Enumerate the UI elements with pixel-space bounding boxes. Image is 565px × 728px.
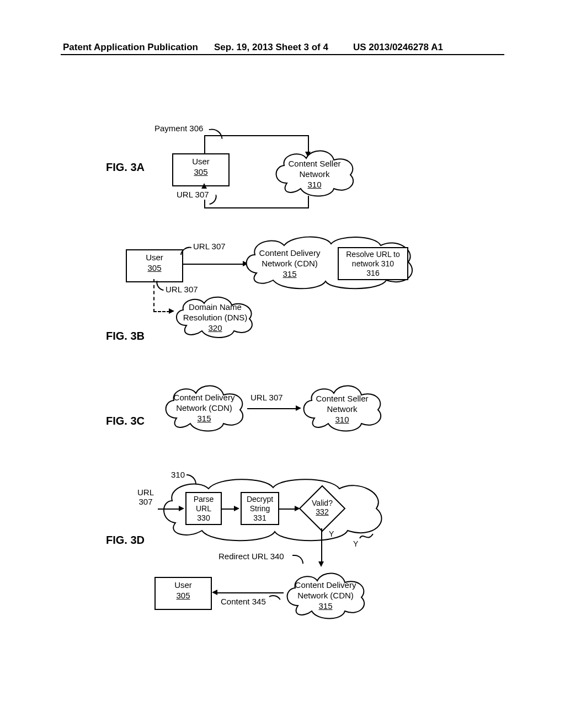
header-left: Patent Application Publication	[63, 42, 198, 53]
user-ref: 305	[194, 167, 207, 176]
url307-top-3b: URL 307	[193, 242, 226, 251]
header-pubnum: US 2013/0246278 A1	[353, 42, 443, 53]
resolve-box: Resolve URL to network 310 316	[338, 247, 408, 280]
user-305-box-3d: User 305	[154, 577, 212, 610]
url-in-3d: URL 307	[135, 488, 157, 506]
y-label-1: Y	[329, 529, 334, 538]
payment-leader	[209, 127, 222, 141]
valid-diamond: Valid? 332	[300, 486, 344, 531]
fig-3b-label: FIG. 3B	[106, 330, 145, 342]
cdn-cloud-3c: Content Delivery Network (CDN) 315	[160, 379, 248, 435]
redirect-label: Redirect URL 340	[218, 552, 284, 561]
cdn-cloud-3d: Content Delivery Network (CDN) 315	[281, 567, 370, 622]
header-rule	[61, 54, 504, 55]
content-seller-cloud-3a: Content Seller Network 310	[270, 144, 359, 200]
content-label: Content 345	[221, 597, 266, 606]
seller-cloud-3c: Content Seller Network 310	[298, 379, 386, 435]
url307-label-3a: URL 307	[177, 190, 209, 199]
y-label-2: Y	[353, 539, 358, 548]
fig-3d-label: FIG. 3D	[106, 534, 145, 547]
url307-3c: URL 307	[250, 393, 283, 402]
dns-cloud: Domain Name Resolution (DNS) 320	[171, 291, 259, 341]
user-305-box: User 305	[172, 153, 230, 186]
payment-label: Payment 306	[154, 124, 203, 133]
header-date: Sep. 19, 2013 Sheet 3 of 4	[214, 42, 328, 53]
user-305-box-3b: User 305	[126, 249, 183, 282]
parse-box: Parse URL 330	[185, 492, 222, 525]
user-label: User	[192, 157, 210, 166]
fig-3c-label: FIG. 3C	[106, 415, 145, 427]
decrypt-box: Decrypt String 331	[241, 492, 279, 525]
fig-3a-label: FIG. 3A	[106, 161, 145, 174]
